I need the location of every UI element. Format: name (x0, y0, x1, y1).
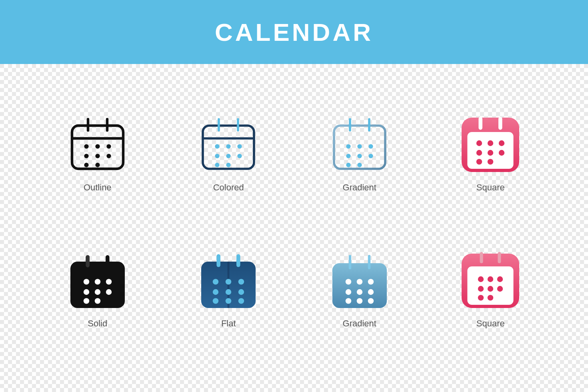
svg-point-55 (84, 289, 89, 295)
calendar-flat-icon (196, 247, 260, 311)
svg-point-69 (238, 289, 244, 295)
svg-point-34 (346, 163, 350, 167)
svg-point-57 (106, 289, 112, 295)
icon-cell-square-bottom: Square (425, 220, 556, 356)
svg-point-30 (368, 144, 373, 148)
icon-label-colored: Colored (213, 182, 244, 193)
header-banner: CALENDAR (0, 0, 588, 64)
page-title: CALENDAR (215, 18, 373, 46)
svg-point-45 (499, 150, 504, 156)
svg-point-18 (238, 144, 242, 148)
svg-point-11 (95, 163, 100, 167)
icon-cell-gradient-bottom: Gradient (294, 220, 425, 356)
svg-rect-39 (498, 117, 502, 130)
svg-point-94 (497, 286, 503, 292)
svg-point-67 (213, 289, 218, 295)
calendar-gradient-bottom-icon (328, 247, 392, 311)
svg-point-9 (106, 154, 111, 158)
svg-point-54 (106, 279, 112, 284)
icon-label-solid: Solid (88, 318, 107, 329)
svg-point-77 (357, 279, 362, 284)
icon-cell-colored: Colored (163, 84, 294, 220)
icon-cell-flat: Flat (163, 220, 294, 356)
icon-cell-square-top: Square (425, 84, 556, 220)
svg-rect-63 (236, 254, 240, 267)
svg-point-33 (368, 154, 373, 158)
svg-point-95 (478, 295, 484, 300)
svg-point-91 (497, 276, 503, 282)
icon-label-gradient-top: Gradient (343, 182, 376, 193)
icon-label-square-bottom: Square (476, 318, 505, 329)
svg-point-44 (488, 150, 493, 156)
svg-point-23 (226, 163, 231, 167)
icon-label-square-top: Square (476, 182, 505, 193)
icon-cell-solid: Solid (32, 220, 163, 356)
svg-point-66 (238, 279, 244, 284)
svg-rect-38 (479, 117, 483, 130)
svg-point-16 (215, 144, 220, 148)
calendar-gradient-top-icon (328, 111, 392, 175)
svg-point-82 (346, 298, 351, 304)
svg-point-29 (357, 144, 362, 148)
svg-point-81 (368, 289, 374, 295)
svg-point-10 (84, 163, 88, 167)
svg-point-92 (478, 286, 484, 292)
svg-rect-51 (86, 255, 90, 267)
calendar-square-top-icon (458, 111, 522, 175)
svg-point-59 (95, 298, 100, 304)
svg-point-89 (478, 276, 484, 282)
svg-point-65 (226, 279, 231, 284)
svg-point-84 (368, 298, 374, 304)
calendar-colored-icon (196, 111, 260, 175)
svg-point-72 (238, 298, 244, 304)
svg-point-22 (215, 163, 220, 167)
icon-label-outline: Outline (84, 182, 112, 193)
svg-point-64 (213, 279, 218, 284)
svg-point-80 (357, 289, 362, 295)
svg-point-20 (226, 154, 231, 158)
svg-point-93 (488, 286, 493, 292)
background: CALENDAR (0, 0, 588, 392)
icon-label-flat: Flat (221, 318, 236, 329)
svg-point-43 (476, 150, 482, 156)
svg-point-21 (238, 154, 242, 158)
svg-rect-88 (498, 252, 501, 263)
svg-point-6 (106, 144, 111, 148)
svg-point-56 (95, 289, 100, 295)
svg-point-46 (476, 159, 482, 164)
svg-point-32 (357, 154, 362, 158)
svg-point-31 (346, 154, 350, 158)
svg-point-70 (213, 298, 218, 304)
svg-point-52 (84, 279, 89, 284)
svg-point-76 (346, 279, 351, 284)
icons-grid: Outline Colored (0, 76, 588, 364)
svg-point-83 (357, 298, 362, 304)
svg-point-79 (346, 289, 351, 295)
svg-point-42 (499, 140, 504, 146)
svg-point-19 (215, 154, 220, 158)
icon-cell-outline: Outline (32, 84, 163, 220)
svg-point-47 (488, 159, 493, 164)
svg-point-41 (488, 140, 493, 146)
svg-point-5 (95, 144, 100, 148)
svg-point-28 (346, 144, 350, 148)
svg-point-17 (226, 144, 231, 148)
calendar-solid-icon (66, 247, 130, 311)
svg-rect-87 (480, 252, 483, 263)
svg-point-78 (368, 279, 374, 284)
calendar-outline-icon (66, 111, 130, 175)
calendar-square-bottom-icon (458, 247, 522, 311)
svg-point-8 (95, 154, 100, 158)
svg-point-53 (95, 279, 100, 284)
svg-point-4 (84, 144, 88, 148)
svg-point-7 (84, 154, 88, 158)
svg-point-90 (488, 276, 493, 282)
svg-point-40 (476, 140, 482, 146)
svg-point-68 (226, 289, 231, 295)
icon-label-gradient-bottom: Gradient (343, 318, 376, 329)
svg-rect-62 (217, 254, 221, 267)
svg-point-96 (488, 295, 493, 300)
icon-cell-gradient-top: Gradient (294, 84, 425, 220)
svg-point-71 (226, 298, 231, 304)
svg-rect-50 (106, 255, 110, 267)
